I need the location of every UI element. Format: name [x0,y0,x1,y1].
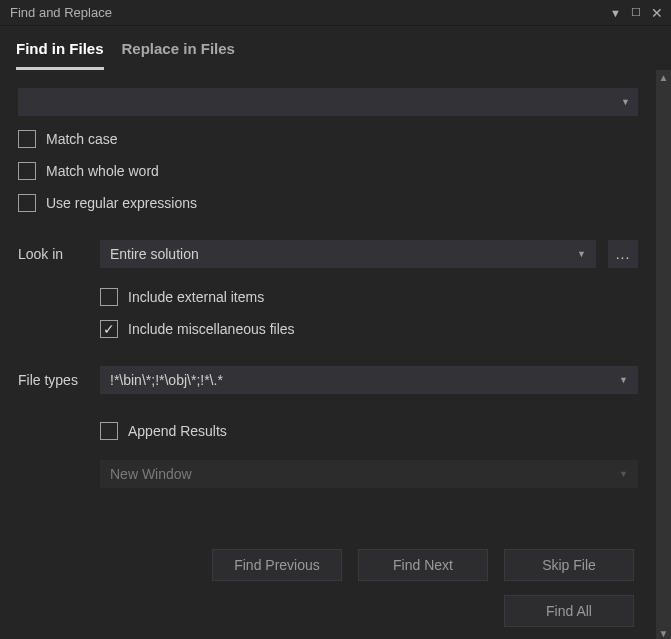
tab-replace-in-files[interactable]: Replace in Files [122,40,235,70]
scroll-down-icon[interactable]: ▼ [659,626,669,639]
skip-file-button[interactable]: Skip File [504,549,634,581]
filetypes-value: !*\bin\*;!*\obj\*;!*\.* [110,372,223,388]
chevron-down-icon[interactable]: ▼ [577,249,586,259]
lookin-label: Look in [18,246,88,262]
vertical-scrollbar[interactable]: ▲ ▼ [656,70,671,639]
find-next-button[interactable]: Find Next [358,549,488,581]
window-title: Find and Replace [10,5,112,20]
results-window-combo[interactable]: New Window ▼ [100,460,638,488]
close-icon[interactable]: ✕ [651,5,663,21]
lookin-combo[interactable]: Entire solution ▼ [100,240,596,268]
tab-bar: Find in Files Replace in Files [0,26,671,70]
lookin-value: Entire solution [110,246,199,262]
include-misc-checkbox[interactable] [100,320,118,338]
match-case-checkbox[interactable] [18,130,36,148]
match-whole-word-checkbox[interactable] [18,162,36,180]
include-external-label: Include external items [128,289,264,305]
window-dropdown-icon[interactable]: ▼ [610,7,621,19]
chevron-down-icon[interactable]: ▼ [619,469,628,479]
match-whole-word-label: Match whole word [46,163,159,179]
include-external-checkbox[interactable] [100,288,118,306]
maximize-icon[interactable]: ☐ [631,6,641,19]
results-window-value: New Window [110,466,192,482]
panel-content: ▼ Match case Match whole word Use regula… [0,70,656,639]
titlebar: Find and Replace ▼ ☐ ✕ [0,0,671,26]
find-previous-button[interactable]: Find Previous [212,549,342,581]
find-all-button[interactable]: Find All [504,595,634,627]
browse-button[interactable]: ... [608,240,638,268]
scroll-up-icon[interactable]: ▲ [659,70,669,85]
match-case-label: Match case [46,131,118,147]
append-results-checkbox[interactable] [100,422,118,440]
filetypes-label: File types [18,372,88,388]
tab-find-in-files[interactable]: Find in Files [16,40,104,70]
filetypes-combo[interactable]: !*\bin\*;!*\obj\*;!*\.* ▼ [100,366,638,394]
chevron-down-icon[interactable]: ▼ [621,97,630,107]
use-regex-label: Use regular expressions [46,195,197,211]
use-regex-checkbox[interactable] [18,194,36,212]
chevron-down-icon[interactable]: ▼ [619,375,628,385]
append-results-label: Append Results [128,423,227,439]
window-controls: ▼ ☐ ✕ [610,5,663,21]
include-misc-label: Include miscellaneous files [128,321,295,337]
search-term-input[interactable]: ▼ [18,88,638,116]
